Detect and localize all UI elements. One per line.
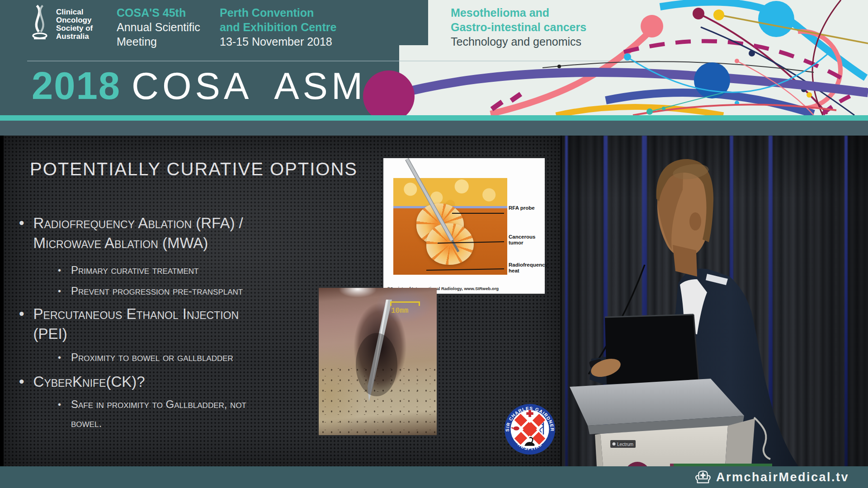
speaker-ear [689,212,701,230]
diagram-label: Radiofrequency heat [509,262,545,274]
cyan-node [758,1,794,37]
footer-bar: ArmchairMedical.tv [0,466,868,488]
diagram-label: Cancerous tumor [509,234,545,246]
sub-bullet-item: • Proximity to bowel or gallbladder [58,348,233,367]
diagram-label: RFA probe [509,205,545,211]
scale-bar [390,301,420,306]
brand-name: ArmchairMedical.tv [716,470,849,484]
network-artwork [316,0,868,115]
sub-bullet-item: • Safe in proximity to Gallbladder, not … [58,395,257,433]
theme-info: Mesothelioma and Gastro-intestinal cance… [451,5,586,49]
video-frame: Clinical Oncology Society of Australia C… [0,0,868,488]
rfa-diagram: RFA probe Cancerous tumor Radiofrequency… [383,158,545,294]
bullet-marker: • [19,213,24,253]
magenta-node [363,70,415,115]
ablation-probe [319,288,437,435]
armchair-cross-icon [694,469,712,486]
banner-year: 2018 [32,64,121,107]
bullet-marker: • [58,282,61,300]
blue-node [694,62,730,99]
cosa-ribbon-logo-icon [27,4,52,42]
slate-band [0,121,868,136]
bullet-item: • Radiofrequency Ablation (RFA) / Microw… [19,213,290,253]
lectern-side [725,418,755,466]
sub-bullet-item: • Primary curative treatment [58,261,198,280]
society-name: Clinical Oncology Society of Australia [56,4,93,42]
scale-label: 10mm [391,307,408,315]
banner-title: COSA ASM [132,65,366,107]
presentation-slide: POTENTIALLY CURATIVE OPTIONS • Radiofreq… [4,136,561,466]
lectern-brand-label: Lectrum [617,442,633,447]
speaker-video: Lectrum [561,136,868,466]
specimen-photo: 10mm [319,288,437,435]
video-content: POTENTIALLY CURATIVE OPTIONS • Radiofreq… [0,136,868,466]
brand: ArmchairMedical.tv [694,469,849,486]
slide-title: POTENTIALLY CURATIVE OPTIONS [30,159,358,179]
bullet-marker: • [19,372,24,392]
stage-scene: Lectrum [561,136,868,466]
laptop [605,314,699,384]
event-banner: 2018COSA ASM [32,64,366,108]
bullet-marker: • [58,395,61,433]
bullet-marker: • [19,304,24,344]
sir-charles-gairdner-hospital-badge-icon: SIR CHARLES GAIRDNER HOSPITAL [504,403,556,455]
meeting-info: COSA'S 45th Annual Scientific Meeting [117,5,200,49]
venue-info: Perth Convention and Exhibition Centre 1… [220,5,336,49]
society-branding: Clinical Oncology Society of Australia [27,4,93,42]
bullet-marker: • [58,261,61,280]
bullet-marker: • [58,348,61,367]
teal-stripe [0,115,868,121]
pink-node [641,15,663,38]
bullet-item: • Percutaneous Ethanol Injection (PEI) [19,304,272,344]
bullet-item: • CyberKnife(CK)? [19,372,145,392]
sub-bullet-item: • Prevent progression pre-transplant [58,282,243,300]
